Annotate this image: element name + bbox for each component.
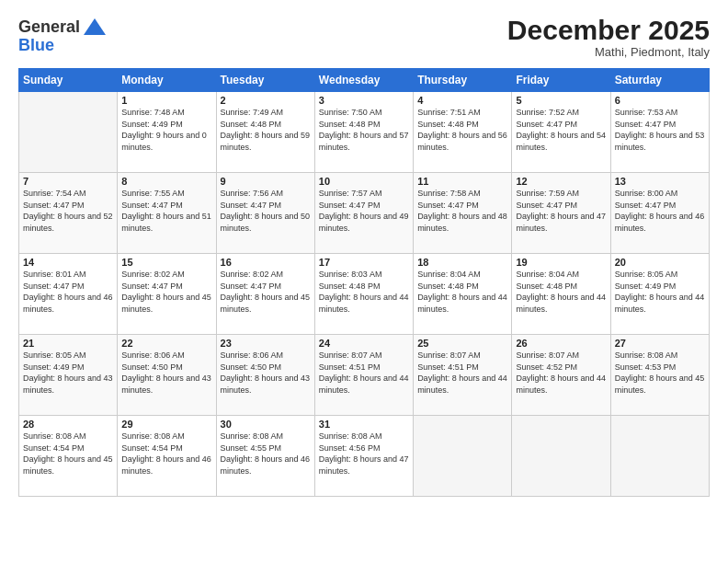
calendar-cell: 13Sunrise: 8:00 AM Sunset: 4:47 PM Dayli…: [610, 173, 709, 254]
day-number: 23: [221, 338, 311, 349]
day-number: 12: [516, 176, 606, 187]
day-info: Sunrise: 7:55 AM Sunset: 4:47 PM Dayligh…: [121, 188, 211, 234]
calendar: Sunday Monday Tuesday Wednesday Thursday…: [18, 68, 710, 497]
calendar-cell: 24Sunrise: 8:07 AM Sunset: 4:51 PM Dayli…: [314, 335, 413, 416]
day-number: 7: [23, 176, 113, 187]
day-info: Sunrise: 7:53 AM Sunset: 4:47 PM Dayligh…: [615, 107, 705, 153]
calendar-header-row: Sunday Monday Tuesday Wednesday Thursday…: [19, 69, 710, 92]
day-info: Sunrise: 8:03 AM Sunset: 4:48 PM Dayligh…: [319, 269, 409, 315]
calendar-cell: 6Sunrise: 7:53 AM Sunset: 4:47 PM Daylig…: [610, 92, 709, 173]
day-info: Sunrise: 7:57 AM Sunset: 4:47 PM Dayligh…: [319, 188, 409, 234]
calendar-cell: 27Sunrise: 8:08 AM Sunset: 4:53 PM Dayli…: [610, 335, 709, 416]
day-number: 22: [121, 338, 211, 349]
col-monday: Monday: [118, 69, 216, 92]
calendar-cell: 4Sunrise: 7:51 AM Sunset: 4:48 PM Daylig…: [414, 92, 512, 173]
day-number: 1: [121, 95, 211, 106]
day-number: 2: [221, 95, 311, 106]
day-info: Sunrise: 7:51 AM Sunset: 4:48 PM Dayligh…: [417, 107, 507, 153]
calendar-cell: 2Sunrise: 7:49 AM Sunset: 4:48 PM Daylig…: [216, 92, 314, 173]
day-number: 21: [23, 338, 113, 349]
svg-marker-0: [84, 18, 106, 35]
logo-blue: Blue: [18, 37, 54, 55]
day-info: Sunrise: 7:48 AM Sunset: 4:49 PM Dayligh…: [121, 107, 211, 153]
day-info: Sunrise: 8:08 AM Sunset: 4:54 PM Dayligh…: [23, 431, 113, 477]
title-block: December 2025 Mathi, Piedmont, Italy: [507, 15, 710, 59]
col-wednesday: Wednesday: [314, 69, 413, 92]
day-info: Sunrise: 8:01 AM Sunset: 4:47 PM Dayligh…: [23, 269, 113, 315]
day-info: Sunrise: 7:49 AM Sunset: 4:48 PM Dayligh…: [221, 107, 311, 153]
calendar-cell: [414, 416, 512, 497]
logo-icon: [82, 15, 108, 40]
day-info: Sunrise: 7:52 AM Sunset: 4:47 PM Dayligh…: [516, 107, 606, 153]
day-number: 16: [221, 257, 311, 268]
col-thursday: Thursday: [414, 69, 512, 92]
month-title: December 2025: [507, 15, 710, 45]
header: General Blue December 2025 Mathi, Piedmo…: [18, 15, 710, 59]
day-number: 24: [319, 338, 409, 349]
calendar-cell: 10Sunrise: 7:57 AM Sunset: 4:47 PM Dayli…: [314, 173, 413, 254]
day-info: Sunrise: 7:58 AM Sunset: 4:47 PM Dayligh…: [417, 188, 507, 234]
day-info: Sunrise: 8:07 AM Sunset: 4:51 PM Dayligh…: [319, 350, 409, 396]
day-number: 27: [615, 338, 705, 349]
calendar-cell: 12Sunrise: 7:59 AM Sunset: 4:47 PM Dayli…: [512, 173, 610, 254]
calendar-cell: 1Sunrise: 7:48 AM Sunset: 4:49 PM Daylig…: [118, 92, 216, 173]
calendar-cell: 21Sunrise: 8:05 AM Sunset: 4:49 PM Dayli…: [19, 335, 118, 416]
calendar-cell: 16Sunrise: 8:02 AM Sunset: 4:47 PM Dayli…: [216, 254, 314, 335]
day-number: 17: [319, 257, 409, 268]
day-number: 25: [417, 338, 507, 349]
calendar-cell: 17Sunrise: 8:03 AM Sunset: 4:48 PM Dayli…: [314, 254, 413, 335]
calendar-cell: 31Sunrise: 8:08 AM Sunset: 4:56 PM Dayli…: [314, 416, 413, 497]
day-number: 26: [516, 338, 606, 349]
day-info: Sunrise: 8:05 AM Sunset: 4:49 PM Dayligh…: [23, 350, 113, 396]
day-info: Sunrise: 7:54 AM Sunset: 4:47 PM Dayligh…: [23, 188, 113, 234]
calendar-cell: 29Sunrise: 8:08 AM Sunset: 4:54 PM Dayli…: [118, 416, 216, 497]
day-number: 14: [23, 257, 113, 268]
day-number: 28: [23, 419, 113, 430]
day-info: Sunrise: 8:04 AM Sunset: 4:48 PM Dayligh…: [516, 269, 606, 315]
location: Mathi, Piedmont, Italy: [507, 45, 710, 59]
col-tuesday: Tuesday: [216, 69, 314, 92]
calendar-cell: 19Sunrise: 8:04 AM Sunset: 4:48 PM Dayli…: [512, 254, 610, 335]
calendar-cell: 20Sunrise: 8:05 AM Sunset: 4:49 PM Dayli…: [610, 254, 709, 335]
calendar-cell: 11Sunrise: 7:58 AM Sunset: 4:47 PM Dayli…: [414, 173, 512, 254]
day-info: Sunrise: 8:07 AM Sunset: 4:51 PM Dayligh…: [417, 350, 507, 396]
day-info: Sunrise: 8:08 AM Sunset: 4:56 PM Dayligh…: [319, 431, 409, 477]
calendar-week-3: 14Sunrise: 8:01 AM Sunset: 4:47 PM Dayli…: [19, 254, 710, 335]
calendar-cell: 18Sunrise: 8:04 AM Sunset: 4:48 PM Dayli…: [414, 254, 512, 335]
day-number: 4: [417, 95, 507, 106]
calendar-week-2: 7Sunrise: 7:54 AM Sunset: 4:47 PM Daylig…: [19, 173, 710, 254]
calendar-cell: 26Sunrise: 8:07 AM Sunset: 4:52 PM Dayli…: [512, 335, 610, 416]
day-info: Sunrise: 8:02 AM Sunset: 4:47 PM Dayligh…: [221, 269, 311, 315]
calendar-cell: 22Sunrise: 8:06 AM Sunset: 4:50 PM Dayli…: [118, 335, 216, 416]
day-info: Sunrise: 8:08 AM Sunset: 4:54 PM Dayligh…: [121, 431, 211, 477]
day-info: Sunrise: 8:07 AM Sunset: 4:52 PM Dayligh…: [516, 350, 606, 396]
calendar-cell: [512, 416, 610, 497]
day-number: 15: [121, 257, 211, 268]
col-sunday: Sunday: [19, 69, 118, 92]
day-info: Sunrise: 8:08 AM Sunset: 4:53 PM Dayligh…: [615, 350, 705, 396]
logo: General Blue: [18, 15, 108, 55]
day-info: Sunrise: 8:00 AM Sunset: 4:47 PM Dayligh…: [615, 188, 705, 234]
day-number: 6: [615, 95, 705, 106]
page: General Blue December 2025 Mathi, Piedmo…: [0, 0, 728, 563]
calendar-week-4: 21Sunrise: 8:05 AM Sunset: 4:49 PM Dayli…: [19, 335, 710, 416]
day-info: Sunrise: 8:08 AM Sunset: 4:55 PM Dayligh…: [221, 431, 311, 477]
day-info: Sunrise: 7:56 AM Sunset: 4:47 PM Dayligh…: [221, 188, 311, 234]
day-info: Sunrise: 8:05 AM Sunset: 4:49 PM Dayligh…: [615, 269, 705, 315]
calendar-cell: 3Sunrise: 7:50 AM Sunset: 4:48 PM Daylig…: [314, 92, 413, 173]
calendar-week-1: 1Sunrise: 7:48 AM Sunset: 4:49 PM Daylig…: [19, 92, 710, 173]
day-info: Sunrise: 8:06 AM Sunset: 4:50 PM Dayligh…: [221, 350, 311, 396]
calendar-cell: 5Sunrise: 7:52 AM Sunset: 4:47 PM Daylig…: [512, 92, 610, 173]
day-info: Sunrise: 7:50 AM Sunset: 4:48 PM Dayligh…: [319, 107, 409, 153]
day-number: 5: [516, 95, 606, 106]
day-number: 19: [516, 257, 606, 268]
col-friday: Friday: [512, 69, 610, 92]
calendar-cell: 9Sunrise: 7:56 AM Sunset: 4:47 PM Daylig…: [216, 173, 314, 254]
calendar-cell: 8Sunrise: 7:55 AM Sunset: 4:47 PM Daylig…: [118, 173, 216, 254]
col-saturday: Saturday: [610, 69, 709, 92]
day-number: 18: [417, 257, 507, 268]
day-info: Sunrise: 8:06 AM Sunset: 4:50 PM Dayligh…: [121, 350, 211, 396]
day-number: 31: [319, 419, 409, 430]
calendar-cell: 15Sunrise: 8:02 AM Sunset: 4:47 PM Dayli…: [118, 254, 216, 335]
calendar-cell: 7Sunrise: 7:54 AM Sunset: 4:47 PM Daylig…: [19, 173, 118, 254]
